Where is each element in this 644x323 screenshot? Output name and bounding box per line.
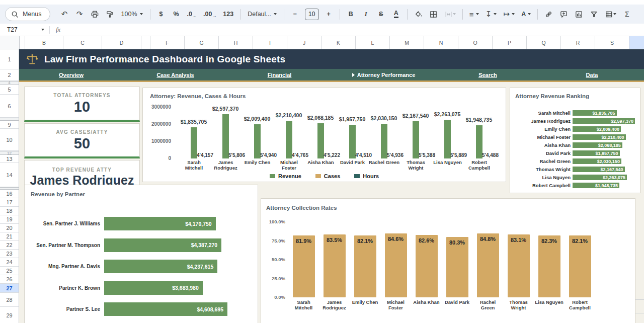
redo-button[interactable]: ↷ (73, 8, 87, 21)
column-header-S[interactable]: S (595, 36, 629, 49)
italic-button[interactable]: I (359, 8, 373, 21)
kpi-card-2[interactable]: AVG CASES/ATTY50 (24, 123, 140, 158)
chevron-down-icon (512, 13, 515, 15)
ranking-row: James Rodriguez$2,597,370 (514, 118, 637, 124)
functions-button[interactable]: Σ (620, 8, 634, 21)
undo-button[interactable]: ↶ (58, 8, 71, 21)
nav-link-data[interactable]: Data (540, 69, 644, 80)
text-wrap-button[interactable]: ↦ (501, 8, 517, 21)
horizontal-align-button[interactable]: ≡ (467, 8, 481, 21)
filter-button[interactable] (587, 8, 601, 21)
column-header-I[interactable]: I (253, 36, 287, 49)
chevron-down-icon (528, 13, 531, 15)
zoom-control[interactable]: 100% (118, 8, 146, 21)
column-header-M[interactable]: M (390, 36, 424, 49)
row-header-17[interactable]: 17 (0, 198, 19, 207)
row-header-5[interactable]: 5 (0, 85, 19, 95)
menus-search[interactable]: Menus (5, 7, 50, 21)
nav-label: Case Analysis (156, 72, 194, 78)
row-header-10[interactable]: 10 (0, 129, 19, 151)
column-header-C[interactable]: C (63, 36, 102, 49)
number-format-button[interactable]: 123 (220, 8, 236, 21)
insert-comment-button[interactable] (557, 8, 571, 21)
strikethrough-button[interactable]: S (374, 8, 388, 21)
chart-revenue-by-partner[interactable]: Revenue by Partner Sen. Partner J. Willi… (24, 185, 258, 323)
row-header-16[interactable]: 16 (0, 190, 19, 198)
chart-revenue-ranking[interactable]: Attorney Revenue Ranking Sarah Mitchell$… (510, 88, 640, 193)
decrease-decimal-button[interactable]: .0← (185, 8, 199, 21)
row-header-1[interactable]: 1 (0, 49, 19, 69)
column-header-N[interactable]: N (424, 36, 458, 49)
column-header-H[interactable]: H (219, 36, 253, 49)
row-header-13[interactable]: 13 (0, 155, 19, 163)
row-header-23[interactable]: 23 (0, 250, 19, 258)
row-header-25[interactable]: 25 (0, 267, 19, 275)
x-axis-label: ThomasWright (503, 300, 534, 311)
nav-link-overview[interactable]: Overview (19, 69, 123, 80)
chart-revenue-cases-hours[interactable]: Attorney: Revenue, Cases & Hours 3000000… (142, 88, 506, 182)
row-header-27[interactable]: 27 (0, 284, 19, 293)
row-header-9[interactable]: 9 (0, 121, 19, 129)
column-header-R[interactable]: R (561, 36, 595, 49)
table-views-button[interactable] (602, 8, 619, 21)
kpi-card-1[interactable]: TOTAL ATTORNEYS10 (24, 87, 140, 122)
fill-color-button[interactable] (412, 8, 425, 21)
row-header-14[interactable]: 14 (0, 163, 19, 187)
column-header-G[interactable]: G (185, 36, 219, 49)
row-header-24[interactable]: 24 (0, 258, 19, 267)
select-all-corner[interactable] (0, 36, 20, 49)
row-header-20[interactable]: 20 (0, 224, 19, 232)
nav-link-attorney-performance[interactable]: Attorney Performance (332, 69, 436, 80)
text-color-button[interactable]: A (389, 8, 403, 21)
format-percent-button[interactable]: % (170, 8, 183, 21)
bold-button[interactable]: B (344, 8, 358, 21)
row-header-6[interactable]: 6 (0, 95, 19, 118)
column-header-A[interactable] (20, 36, 25, 49)
font-size-input[interactable]: 10 (305, 9, 319, 20)
column-header-L[interactable]: L (356, 36, 390, 49)
legend-label: Hours (363, 173, 379, 179)
cell-reference-box[interactable]: T27 (7, 26, 44, 33)
text-rotation-button[interactable]: A (519, 8, 533, 21)
column-header-P[interactable]: P (493, 36, 527, 49)
column-header-J[interactable]: J (287, 36, 321, 49)
plot-area: $1,835,7054'4,157$2,597,3705'5,806$2,009… (178, 88, 495, 158)
paint-format-button[interactable] (103, 8, 117, 21)
column-header-B[interactable]: B (25, 36, 63, 49)
column-header-E[interactable] (141, 36, 150, 49)
merge-cells-button[interactable] (442, 8, 458, 21)
row-header-2[interactable]: 2 (0, 69, 19, 81)
insert-link-button[interactable] (542, 8, 555, 21)
collection-column-slot: 82.1% (565, 235, 595, 297)
row-header-26[interactable]: 26 (0, 275, 19, 284)
nav-link-case-analysis[interactable]: Case Analysis (123, 69, 227, 80)
insert-chart-button[interactable] (572, 8, 586, 21)
nav-link-search[interactable]: Search (436, 69, 540, 80)
column-header-F[interactable]: F (150, 36, 185, 49)
increase-decimal-button[interactable]: .00→ (201, 8, 219, 21)
row-header-29[interactable]: 29 (0, 307, 19, 323)
increase-font-size-button[interactable]: + (322, 8, 336, 21)
chart-collection-rates[interactable]: Attorney Collection Rates 100.0%75.0%50.… (261, 198, 635, 323)
font-selector[interactable]: Defaul... (245, 8, 280, 21)
row-header-19[interactable]: 19 (0, 215, 19, 224)
vertical-align-button[interactable]: ↧ (483, 8, 500, 21)
borders-button[interactable] (427, 8, 440, 21)
collection-bar: 80.3% (446, 237, 468, 297)
nav-link-financial[interactable]: Financial (227, 69, 332, 80)
print-button[interactable] (88, 8, 102, 21)
column-header-Q[interactable]: Q (527, 36, 561, 49)
column-header-K[interactable]: K (321, 36, 356, 49)
column-header-T[interactable] (629, 36, 644, 49)
row-header-21[interactable]: 21 (0, 232, 19, 241)
collection-column-slot: 81.9% (288, 235, 319, 297)
plot-area: 81.9%83.5%82.1%84.6%82.6%80.3%84.8%83.1%… (288, 222, 595, 297)
decrease-font-size-button[interactable]: − (288, 8, 302, 21)
format-currency-button[interactable]: $ (154, 8, 168, 21)
row-header-28[interactable]: 28 (0, 293, 19, 307)
column-header-D[interactable]: D (102, 36, 141, 49)
row-header-22[interactable]: 22 (0, 241, 19, 250)
column-header-O[interactable]: O (458, 36, 493, 49)
row-header-18[interactable]: 18 (0, 207, 19, 215)
divider (49, 26, 50, 34)
